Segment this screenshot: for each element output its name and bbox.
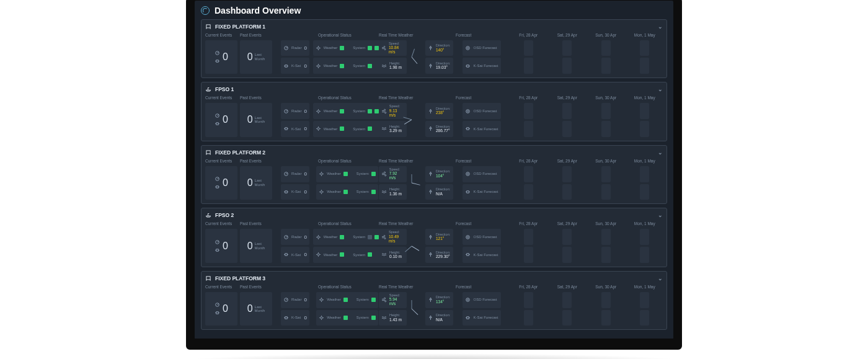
past-events-cell[interactable]: 0 Last Month: [240, 166, 272, 200]
forecast-day-cell[interactable]: [549, 103, 586, 137]
radar-icon: [283, 234, 289, 240]
forecast-day-cell[interactable]: [510, 292, 547, 326]
forecast-day-cell[interactable]: [588, 40, 624, 74]
forecast-day-cell[interactable]: [510, 229, 547, 263]
past-events-count: 0: [247, 304, 253, 314]
chevron-down-icon[interactable]: ⌄: [658, 86, 663, 92]
osd-forecast-row[interactable]: OSD Forecast: [463, 166, 500, 182]
radar-icon: [215, 50, 220, 56]
forecast-day-header: Mon, 1 May: [627, 284, 663, 290]
rtw-height: Height:1.36 m: [379, 184, 407, 200]
rtw-direction-1: Direction:121°: [425, 229, 453, 245]
platform-header[interactable]: FIXED PLATFORM 3 ⌄: [205, 274, 663, 284]
platform-header[interactable]: FPSO 2 ⌄: [205, 211, 663, 221]
platform-header[interactable]: FIXED PLATFORM 1 ⌄: [205, 22, 663, 32]
fpso-icon: [205, 212, 211, 218]
svg-rect-13: [285, 128, 287, 130]
forecast-day-cell[interactable]: [510, 40, 547, 74]
svg-rect-40: [216, 312, 218, 314]
osd-forecast-row[interactable]: OSD Forecast: [463, 40, 500, 56]
chevron-down-icon[interactable]: ⌄: [658, 149, 663, 156]
forecast-day-cell[interactable]: [510, 166, 547, 200]
forecast-day-cell[interactable]: [549, 229, 586, 263]
direction-icon: [428, 252, 433, 257]
radar-row[interactable]: Radar0: [281, 292, 309, 308]
svg-point-35: [466, 235, 470, 239]
ksat-row[interactable]: K-Sat0: [281, 121, 309, 137]
col-header: Real Time Weather: [379, 221, 453, 226]
ksat-forecast-row[interactable]: K-Sat Forecast: [463, 58, 500, 74]
ksat-forecast-row[interactable]: K-Sat Forecast: [463, 184, 500, 200]
weather-icon: [319, 189, 324, 195]
current-events-cell[interactable]: 0: [205, 292, 237, 326]
past-events-cell[interactable]: 0 Last Month: [240, 229, 272, 263]
chevron-down-icon[interactable]: ⌄: [658, 212, 663, 218]
current-events-cell[interactable]: 0: [205, 103, 237, 137]
forecast-heatmap: [565, 45, 569, 51]
ksat-forecast-row[interactable]: K-Sat Forecast: [463, 121, 500, 137]
col-header: Forecast: [456, 221, 508, 226]
ksat-row[interactable]: K-Sat0: [281, 184, 309, 200]
forecast-day-cell[interactable]: [627, 103, 663, 137]
current-events-cell[interactable]: 0: [205, 166, 237, 200]
forecast-day-cell[interactable]: [588, 292, 624, 326]
past-events-cell[interactable]: 0 Last Month: [240, 292, 272, 326]
forecast-day-cell[interactable]: [510, 103, 547, 137]
weather-icon: [319, 297, 324, 303]
forecast-day-cell[interactable]: [549, 292, 586, 326]
platform-header[interactable]: FPSO 1 ⌄: [205, 85, 663, 95]
past-period-label: Last Month: [255, 242, 265, 250]
direction-icon: [428, 126, 433, 131]
past-events-cell[interactable]: 0 Last Month: [240, 40, 272, 74]
forecast-heatmap: [526, 47, 531, 50]
wind-icon: [381, 297, 387, 303]
rtw-direction-1: Direction:104°: [425, 166, 453, 182]
forecast-day-cell[interactable]: [627, 229, 663, 263]
wind-icon: [381, 171, 387, 177]
rtw-speed: Speed:10.49 m/s: [379, 229, 407, 245]
current-events-cell[interactable]: 0: [205, 40, 237, 74]
forecast-heatmap: [526, 253, 531, 256]
chevron-down-icon[interactable]: ⌄: [658, 24, 663, 30]
radar-row[interactable]: Radar0: [281, 103, 309, 119]
forecast-day-header: Sat, 29 Apr: [549, 284, 586, 290]
ksat-row[interactable]: K-Sat0: [281, 58, 309, 74]
forecast-day-cell[interactable]: [627, 40, 663, 74]
rtw-cell: Speed:9.13 m/s Height:3.29 m Direction:2…: [379, 103, 453, 137]
ksat-row[interactable]: K-Sat0: [281, 247, 309, 263]
platform-icon: [205, 149, 211, 156]
chevron-down-icon[interactable]: ⌄: [658, 275, 663, 281]
col-header: Operational Status: [318, 284, 376, 290]
forecast-heatmap: [565, 296, 569, 303]
forecast-day-cell[interactable]: [588, 103, 624, 137]
osd-forecast-row[interactable]: OSD Forecast: [463, 292, 500, 308]
svg-rect-32: [285, 254, 287, 255]
forecast-day-cell[interactable]: [549, 40, 586, 74]
ksat-forecast-row[interactable]: K-Sat Forecast: [463, 247, 500, 263]
platform-header[interactable]: FIXED PLATFORM 2 ⌄: [205, 148, 663, 158]
radar-row[interactable]: Radar0: [281, 166, 309, 182]
ksat-row[interactable]: K-Sat0: [281, 310, 309, 326]
forecast-day-cell[interactable]: [627, 292, 663, 326]
col-header: [275, 32, 316, 38]
svg-rect-21: [216, 186, 218, 188]
osd-forecast-row[interactable]: OSD Forecast: [463, 103, 500, 119]
forecast-sources: OSD Forecast K-Sat Forecast: [456, 166, 508, 200]
radar-row[interactable]: Radar0: [281, 40, 309, 56]
platform-card: FIXED PLATFORM 3 ⌄ Current Events Past E…: [201, 271, 667, 330]
forecast-day-cell[interactable]: [588, 166, 624, 200]
forecast-day-cell[interactable]: [588, 229, 624, 263]
rtw-height: Height:1.43 m: [379, 310, 407, 326]
forecast-day-cell[interactable]: [627, 166, 663, 200]
radar-icon: [283, 45, 289, 51]
rtw-direction-1: Direction:134°: [425, 292, 453, 308]
current-events-cell[interactable]: 0: [205, 229, 237, 263]
radar-row[interactable]: Radar0: [281, 229, 309, 245]
ksat-forecast-row[interactable]: K-Sat Forecast: [463, 310, 500, 326]
past-events-cell[interactable]: 0 Last Month: [240, 103, 272, 137]
weather-icon: [316, 126, 321, 131]
osd-forecast-row[interactable]: OSD Forecast: [463, 229, 500, 245]
forecast-day-cell[interactable]: [549, 166, 586, 200]
col-header: Operational Status: [318, 32, 376, 38]
platform-card: FPSO 1 ⌄ Current Events Past Events Oper…: [201, 82, 667, 141]
